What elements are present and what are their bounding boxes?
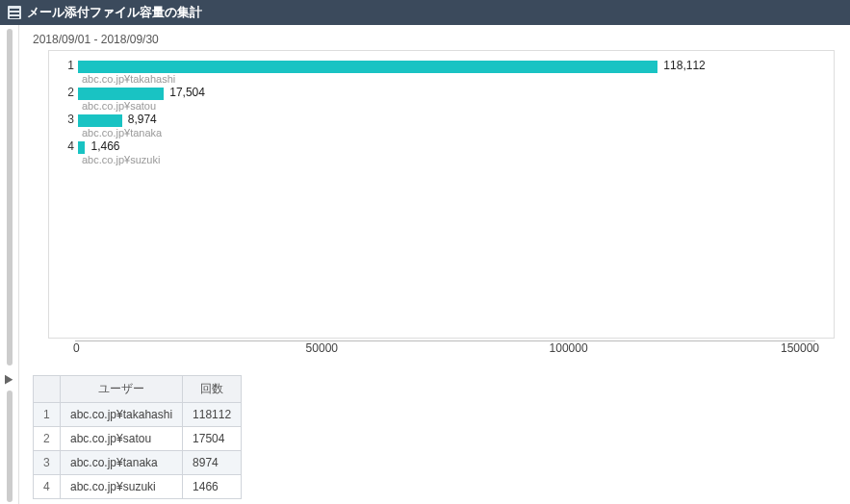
panel-handle-bottom[interactable]: [0, 387, 18, 504]
cell-user: abc.co.jp¥suzuki: [61, 475, 183, 499]
bar-value: 17,504: [169, 86, 205, 99]
left-gutter: ▶: [0, 25, 19, 504]
window-header: メール添付ファイル容量の集計: [0, 0, 850, 25]
x-tick: 100000: [550, 341, 588, 355]
bar-row: 38,974abc.co.jp¥tanaka: [78, 113, 814, 139]
bar-value: 118,112: [663, 59, 705, 72]
bar-label: abc.co.jp¥suzuki: [82, 154, 160, 165]
bar-rank: 4: [59, 139, 74, 153]
bar-fill: [78, 88, 164, 100]
report-icon: [8, 6, 21, 19]
table-row[interactable]: 2abc.co.jp¥satou17504: [34, 427, 242, 451]
bar-value: 1,466: [90, 139, 119, 153]
panel-handle-top[interactable]: [0, 25, 18, 369]
cell-count: 118112: [183, 403, 242, 427]
table-row[interactable]: 4abc.co.jp¥suzuki1466: [34, 475, 242, 499]
bar-label: abc.co.jp¥satou: [82, 100, 156, 112]
cell-index: 1: [34, 403, 61, 427]
table-row[interactable]: 3abc.co.jp¥tanaka8974: [34, 451, 242, 475]
bar-fill: [78, 61, 657, 73]
cell-user: abc.co.jp¥satou: [61, 427, 183, 451]
cell-index: 3: [34, 451, 61, 475]
bar-rank: 1: [59, 59, 74, 72]
data-table-wrap: ユーザー 回数 1abc.co.jp¥takahashi1181122abc.c…: [33, 375, 840, 499]
col-count[interactable]: 回数: [183, 376, 242, 403]
cell-index: 2: [34, 427, 61, 451]
x-tick: 50000: [306, 341, 338, 355]
col-index[interactable]: [34, 376, 61, 403]
bar-rank: 3: [59, 113, 74, 126]
cell-user: abc.co.jp¥tanaka: [61, 451, 183, 475]
x-axis: 0 50000 100000 150000: [75, 340, 815, 358]
x-tick: 150000: [781, 341, 819, 355]
cell-count: 17504: [183, 427, 242, 451]
bar-fill: [78, 141, 85, 154]
content-area: 2018/09/01 - 2018/09/30 1118,112abc.co.j…: [19, 25, 850, 504]
bar-fill: [78, 114, 122, 127]
window-title: メール添付ファイル容量の集計: [27, 4, 202, 21]
x-tick: 0: [73, 341, 80, 355]
cell-index: 4: [34, 475, 61, 499]
bar-value: 8,974: [128, 113, 157, 126]
bar-label: abc.co.jp¥takahashi: [82, 73, 175, 85]
bar-row: 1118,112abc.co.jp¥takahashi: [78, 59, 814, 86]
col-user[interactable]: ユーザー: [61, 376, 183, 403]
expand-toggle[interactable]: ▶: [0, 369, 18, 387]
cell-count: 8974: [183, 451, 242, 475]
data-table: ユーザー 回数 1abc.co.jp¥takahashi1181122abc.c…: [33, 375, 242, 499]
bar-rank: 2: [59, 86, 74, 99]
date-range: 2018/09/01 - 2018/09/30: [29, 31, 840, 50]
bar-row: 41,466abc.co.jp¥suzuki: [78, 139, 814, 166]
cell-count: 1466: [183, 475, 242, 499]
bar-row: 217,504abc.co.jp¥satou: [78, 86, 814, 113]
cell-user: abc.co.jp¥takahashi: [61, 403, 183, 427]
table-row[interactable]: 1abc.co.jp¥takahashi118112: [34, 403, 242, 427]
bar-chart: 1118,112abc.co.jp¥takahashi217,504abc.co…: [48, 50, 835, 339]
bar-label: abc.co.jp¥tanaka: [82, 127, 162, 139]
